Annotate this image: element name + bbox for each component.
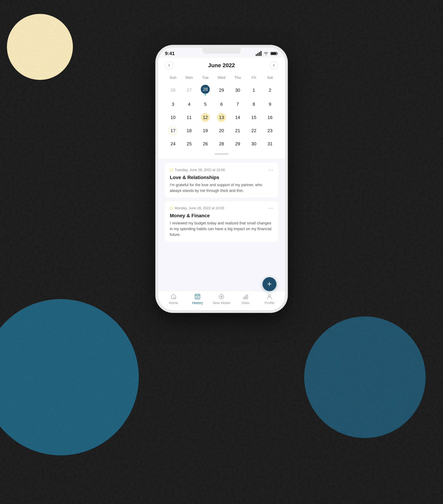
entry-card-finance[interactable]: Monday, June 28, 2022 at 10:00 ··· Money… [165,201,278,242]
svg-rect-14 [247,295,248,299]
cal-day-14[interactable]: 14 [230,111,246,124]
cal-day-27-prev[interactable]: 27 [181,83,197,97]
entries-section: Tuesday, June 28, 2022 at 10:00 ··· Love… [158,159,285,291]
cal-day-7[interactable]: 7 [230,98,246,110]
svg-rect-1 [271,53,276,54]
entry-timestamp-love: Tuesday, June 28, 2022 at 10:00 [175,168,225,172]
cal-day-31[interactable]: 31 [262,138,278,150]
entry-meta-love: Tuesday, June 28, 2022 at 10:00 ··· [170,167,273,173]
nav-item-history[interactable]: History [189,293,206,305]
nav-label-stats: Stats [241,301,250,305]
cal-day-26[interactable]: 26 [197,138,213,150]
history-icon [194,293,201,300]
phone-notch [203,48,241,54]
svg-rect-13 [245,296,246,299]
stats-icon [242,293,249,300]
entry-meta-finance: Monday, June 28, 2022 at 10:00 ··· [170,205,273,211]
calendar-header: June 2022 [165,61,278,70]
entry-text-love: I'm grateful for the love and support of… [170,182,273,194]
entry-dot-love [170,168,173,171]
entry-card-love[interactable]: Tuesday, June 28, 2022 at 10:00 ··· Love… [165,163,278,198]
cal-day-19[interactable]: 19 [197,124,213,137]
cal-day-20[interactable]: 20 [213,124,230,137]
wifi-icon [263,51,269,55]
cal-day-23[interactable]: 23 [262,124,278,137]
weekday-thu: Thu [230,74,246,81]
status-icons [256,51,278,56]
cal-day-29b[interactable]: 29 [230,138,246,150]
cal-day-21[interactable]: 21 [230,124,246,137]
decorative-blue-circle-right [304,316,426,438]
cal-day-8[interactable]: 8 [246,98,262,110]
nav-item-home[interactable]: Home [165,293,182,305]
cal-day-9[interactable]: 9 [262,98,278,110]
phone-outer-shell: 9:41 [156,45,288,313]
drag-handle [215,154,229,155]
calendar-days: 26 27 28 29 30 1 2 3 4 5 [165,83,278,150]
nav-item-profile[interactable]: Profile [261,293,278,305]
new-model-icon [218,293,225,300]
signal-icon [256,51,261,56]
entry-text-finance: I reviewed my budget today and realized … [170,220,273,237]
entry-meta-left-love: Tuesday, June 28, 2022 at 10:00 [170,168,225,172]
cal-day-16[interactable]: 16 [262,111,278,124]
home-icon [170,293,177,300]
entry-timestamp-finance: Monday, June 28, 2022 at 10:00 [175,206,224,210]
cal-day-17[interactable]: 17 [165,124,181,137]
decorative-yellow-circle [7,14,73,80]
calendar-section: June 2022 Sun Mon Tue Wed Thu Fr [158,58,285,159]
today-dot [204,94,206,95]
cal-day-30[interactable]: 30 [230,83,246,97]
phone-content: June 2022 Sun Mon Tue Wed Thu Fr [158,58,285,310]
weekday-fri: Fri [246,74,262,81]
cal-day-15[interactable]: 15 [246,111,262,124]
nav-item-stats[interactable]: Stats [237,293,254,305]
nav-label-history: History [192,301,203,305]
battery-icon [271,51,278,55]
weekday-sat: Sat [262,74,278,81]
svg-rect-12 [243,297,244,299]
nav-item-new-model[interactable]: New Model [213,293,230,305]
cal-day-6[interactable]: 6 [213,98,230,110]
cal-day-4[interactable]: 4 [181,98,197,110]
cal-day-28-today[interactable]: 28 [197,83,213,97]
entry-dot-finance [170,206,173,210]
fab-add-button[interactable]: + [263,277,276,291]
entry-more-finance[interactable]: ··· [268,205,273,211]
cal-day-25[interactable]: 25 [181,138,197,150]
entry-title-finance: Money & Finance [170,213,273,218]
calendar-weekdays: Sun Mon Tue Wed Thu Fri Sat [165,74,278,81]
cal-day-2[interactable]: 2 [262,83,278,97]
cal-day-24[interactable]: 24 [165,138,181,150]
cal-day-29[interactable]: 29 [213,83,230,97]
nav-label-profile: Profile [265,301,274,305]
cal-day-18[interactable]: 18 [181,124,197,137]
cal-day-13[interactable]: 13 [213,111,230,124]
weekday-mon: Mon [181,74,197,81]
nav-label-new-model: New Model [213,301,230,305]
nav-label-home: Home [169,301,178,305]
entry-more-love[interactable]: ··· [268,167,273,173]
svg-point-8 [199,298,199,298]
cal-day-1[interactable]: 1 [246,83,262,97]
cal-day-12[interactable]: 12 [197,111,213,124]
phone-mockup: 9:41 [156,45,288,313]
cal-day-11[interactable]: 11 [181,111,197,124]
calendar-prev-button[interactable] [165,61,173,70]
cal-day-26-prev[interactable]: 26 [165,83,181,97]
cal-day-28b[interactable]: 28 [213,138,230,150]
cal-day-5[interactable]: 5 [197,98,213,110]
fab-plus-icon: + [267,280,272,288]
cal-day-3[interactable]: 3 [165,98,181,110]
calendar-next-button[interactable] [270,61,278,70]
weekday-sun: Sun [165,74,181,81]
cal-day-22[interactable]: 22 [246,124,262,137]
profile-icon [266,293,273,300]
phone-screen: 9:41 [158,48,285,310]
cal-day-10[interactable]: 10 [165,111,181,124]
bottom-navigation: Home History [158,291,285,310]
weekday-wed: Wed [213,74,230,81]
entry-title-love: Love & Relationships [170,175,273,180]
weekday-tue: Tue [197,74,213,81]
cal-day-30b[interactable]: 30 [246,138,262,150]
